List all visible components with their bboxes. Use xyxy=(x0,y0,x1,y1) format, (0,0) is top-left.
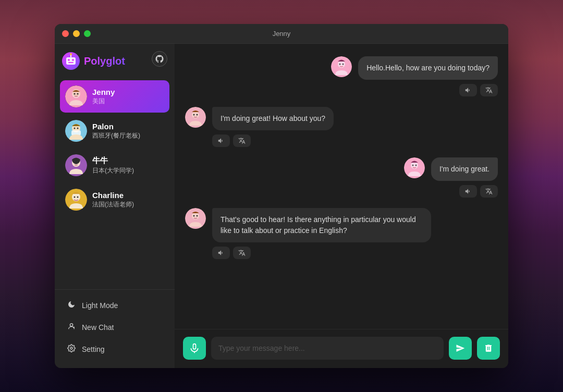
translate-icon xyxy=(238,249,246,256)
footer-item-setting[interactable]: Setting xyxy=(62,339,167,360)
svg-point-32 xyxy=(342,64,344,65)
svg-point-3 xyxy=(72,59,74,61)
sidebar-item-jenny[interactable]: Jenny美国 xyxy=(60,80,169,113)
message-avatar-2 xyxy=(185,107,206,128)
message-avatar-1 xyxy=(331,56,352,77)
char-desc-jenny: 美国 xyxy=(92,97,115,106)
svg-point-16 xyxy=(74,128,76,129)
avatar-jenny xyxy=(65,85,87,107)
speaker-icon xyxy=(464,87,472,94)
svg-rect-7 xyxy=(64,59,66,63)
speaker-icon xyxy=(217,137,225,144)
svg-point-24 xyxy=(72,193,80,201)
svg-point-40 xyxy=(415,165,417,166)
translate-icon xyxy=(485,87,493,94)
message-bubble-2: I'm doing great! How about you? xyxy=(212,107,334,130)
svg-rect-1 xyxy=(66,57,76,65)
character-list: Jenny美国Palon西班牙(餐厅老板)牛牛日本(大学同学)Charline法… xyxy=(55,76,175,289)
translate-icon xyxy=(485,188,493,195)
message-row-2: I'm doing great! How about you? xyxy=(185,107,498,147)
delete-button[interactable] xyxy=(477,337,500,360)
message-avatar-4 xyxy=(185,208,206,229)
svg-rect-8 xyxy=(76,59,78,63)
svg-point-21 xyxy=(74,162,76,164)
footer-item-new-chat[interactable]: New Chat xyxy=(62,317,167,338)
send-button[interactable] xyxy=(449,337,472,360)
message-action-tts-4[interactable] xyxy=(212,247,230,259)
traffic-lights xyxy=(62,30,91,37)
sidebar-item-charline[interactable]: Charline法国(法语老师) xyxy=(60,183,169,216)
message-action-tts-1[interactable] xyxy=(459,84,477,96)
logo-text: Polyglot xyxy=(84,55,125,67)
minimize-button[interactable] xyxy=(73,30,80,37)
char-desc-niuiu: 日本(大学同学) xyxy=(92,166,134,175)
message-bubble-3: I'm doing great. xyxy=(431,157,498,181)
svg-point-12 xyxy=(74,93,76,95)
mic-button[interactable] xyxy=(183,337,206,360)
svg-point-39 xyxy=(412,165,413,166)
sidebar-item-niuiu[interactable]: 牛牛日本(大学同学) xyxy=(60,149,169,181)
svg-point-17 xyxy=(77,128,79,129)
app-window: Jenny xyxy=(55,24,508,368)
svg-point-35 xyxy=(193,114,195,116)
translate-icon xyxy=(238,137,246,144)
input-area xyxy=(175,329,508,368)
message-input[interactable] xyxy=(211,337,444,360)
title-bar: Jenny xyxy=(55,24,508,44)
main-layout: Polyglot Jenny美国Palon西班牙(餐厅老板)牛牛日本(大学同学)… xyxy=(55,44,508,368)
sidebar-item-palon[interactable]: Palon西班牙(餐厅老板) xyxy=(60,115,169,147)
maximize-button[interactable] xyxy=(84,30,91,37)
char-name-niuiu: 牛牛 xyxy=(92,156,134,166)
message-action-translate-3[interactable] xyxy=(480,185,498,198)
send-icon xyxy=(456,344,465,353)
sidebar: Polyglot Jenny美国Palon西班牙(餐厅老板)牛牛日本(大学同学)… xyxy=(55,44,175,368)
message-row-4: That's good to hear! Is there anything i… xyxy=(185,208,498,259)
new-chat-icon xyxy=(66,322,77,333)
message-avatar-3 xyxy=(404,157,425,178)
svg-point-36 xyxy=(197,114,198,116)
svg-point-2 xyxy=(68,59,70,61)
github-button[interactable] xyxy=(152,51,167,67)
message-row-1: Hello.Hello, how are you doing today? xyxy=(185,56,498,96)
svg-point-31 xyxy=(339,64,341,65)
svg-point-43 xyxy=(193,215,195,217)
message-action-translate-2[interactable] xyxy=(233,134,251,147)
message-action-translate-1[interactable] xyxy=(480,84,498,96)
footer-label-light-mode: Light Mode xyxy=(82,301,118,310)
svg-point-13 xyxy=(77,93,79,95)
message-row-3: I'm doing great. xyxy=(185,157,498,198)
speaker-icon xyxy=(217,249,225,256)
char-desc-palon: 西班牙(餐厅老板) xyxy=(92,131,140,140)
svg-point-28 xyxy=(70,347,72,349)
message-action-tts-3[interactable] xyxy=(459,185,477,198)
char-name-charline: Charline xyxy=(92,191,134,200)
char-name-jenny: Jenny xyxy=(92,88,115,96)
message-action-translate-4[interactable] xyxy=(233,247,251,259)
char-desc-charline: 法国(法语老师) xyxy=(92,200,134,209)
message-bubble-4: That's good to hear! Is there anything i… xyxy=(212,208,431,242)
svg-point-44 xyxy=(197,215,198,217)
avatar-niuiu xyxy=(65,154,87,176)
speaker-icon xyxy=(464,188,472,195)
char-name-palon: Palon xyxy=(92,122,140,131)
github-icon xyxy=(155,54,164,64)
footer-item-light-mode[interactable]: Light Mode xyxy=(62,295,167,316)
message-bubble-1: Hello.Hello, how are you doing today? xyxy=(358,56,498,80)
close-button[interactable] xyxy=(62,30,69,37)
svg-point-6 xyxy=(70,53,72,55)
svg-point-25 xyxy=(74,197,76,198)
logo-area: Polyglot xyxy=(62,52,125,70)
footer-label-setting: Setting xyxy=(82,345,105,353)
svg-point-22 xyxy=(77,162,79,164)
mic-icon xyxy=(189,343,200,353)
moon-icon xyxy=(66,300,77,311)
avatar-charline xyxy=(65,189,87,211)
footer-label-new-chat: New Chat xyxy=(82,323,114,332)
trash-icon xyxy=(484,344,493,353)
svg-rect-4 xyxy=(68,62,74,63)
avatar-palon xyxy=(65,120,87,142)
svg-point-26 xyxy=(77,197,79,198)
polyglot-robot-icon xyxy=(62,52,80,70)
message-action-tts-2[interactable] xyxy=(212,134,230,147)
sidebar-footer: Light ModeNew ChatSetting xyxy=(55,289,175,368)
